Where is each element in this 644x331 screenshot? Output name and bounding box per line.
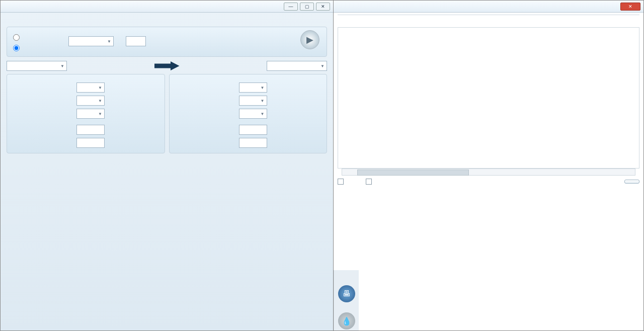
copy-gradient-button[interactable] (624, 180, 639, 184)
from-system-select[interactable]: ▼ (7, 61, 67, 71)
horizontal-scrollbar[interactable] (342, 169, 635, 176)
to-uplc-group: ▼ ▼ ▼ (169, 74, 328, 153)
print-button[interactable]: 🖶 (338, 285, 355, 303)
analytical-factors-group: ▼ ▶ (7, 27, 327, 57)
gradient-radio[interactable] (13, 46, 22, 52)
from-diameter-select[interactable]: ▼ (76, 96, 105, 106)
to-length-select[interactable]: ▼ (239, 82, 267, 93)
left-titlebar: — ▢ ✕ (1, 1, 333, 13)
isocratic-radio[interactable] (13, 36, 22, 42)
results-header (338, 15, 639, 28)
from-length-select[interactable]: ▼ (76, 82, 105, 93)
from-hplc-group: ▼ ▼ ▼ (7, 74, 165, 153)
show-additional-checkbox[interactable] (338, 179, 346, 185)
calculate-button[interactable]: ▶ (300, 30, 319, 50)
print-icon: 🖶 (338, 285, 355, 302)
from-dwell-input[interactable] (76, 138, 105, 148)
flowrate-icon: 💧 (338, 312, 355, 329)
from-particle-select[interactable]: ▼ (76, 109, 105, 119)
to-system-select[interactable]: ▼ (267, 61, 327, 71)
right-sidebar: 🖶 💧 (334, 270, 359, 330)
results-body[interactable] (338, 28, 639, 169)
flowrate-button[interactable]: 💧 (338, 312, 355, 330)
conversion-arrow (147, 61, 187, 70)
arrow-icon (154, 61, 180, 70)
to-maxpressure-input[interactable] (239, 125, 267, 135)
minimize-button[interactable]: — (284, 3, 298, 11)
from-injection-input[interactable] (76, 125, 105, 135)
to-dwell-input[interactable] (239, 138, 267, 148)
to-particle-select[interactable]: ▼ (239, 109, 267, 119)
close-button[interactable]: ✕ (316, 3, 330, 11)
right-titlebar: ✕ (334, 1, 643, 13)
right-close-button[interactable]: ✕ (620, 3, 640, 11)
mw-select[interactable]: ▼ (68, 36, 114, 46)
temp-input[interactable] (126, 36, 146, 46)
play-icon: ▶ (300, 30, 319, 49)
to-diameter-select[interactable]: ▼ (239, 96, 267, 106)
menubar (1, 13, 333, 23)
maximize-button[interactable]: ▢ (300, 3, 314, 11)
show-more-uplc-checkbox[interactable] (366, 179, 374, 185)
